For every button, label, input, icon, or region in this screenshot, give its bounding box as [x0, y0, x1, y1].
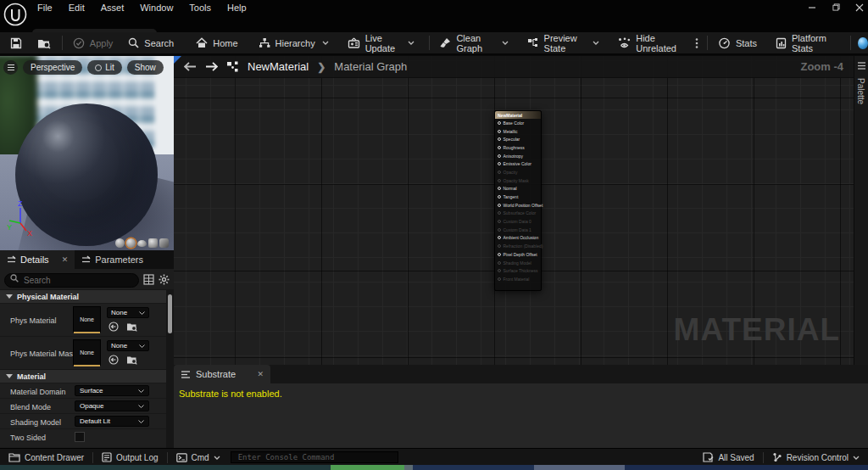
pin-circle-icon[interactable]	[498, 228, 501, 232]
pin-circle-icon[interactable]	[498, 204, 501, 207]
live-update-button[interactable]: Live Update	[340, 32, 422, 53]
sphere-shape-button[interactable]	[126, 238, 136, 248]
node-pin-row[interactable]: Custom Data 0	[495, 217, 541, 226]
node-pin-row[interactable]: Subsurface Color	[495, 210, 541, 218]
shader-platform-icon[interactable]	[858, 37, 868, 49]
details-scrollbar-thumb[interactable]	[168, 294, 172, 333]
phys-material-thumbnail[interactable]: None	[73, 306, 101, 333]
browse-to-asset-button[interactable]	[29, 32, 59, 53]
pin-circle-icon[interactable]	[498, 269, 501, 272]
settings-gear-icon[interactable]	[159, 274, 170, 285]
node-pin-row[interactable]: Roughness	[495, 143, 541, 152]
node-pin-row[interactable]: Specular	[495, 135, 541, 143]
blend-mode-dropdown[interactable]: Opaque	[75, 400, 149, 411]
property-matrix-icon[interactable]	[143, 274, 154, 285]
pin-circle-icon[interactable]	[498, 146, 501, 149]
node-pin-row[interactable]: Metallic	[495, 127, 541, 136]
node-pin-row[interactable]: Base Color	[495, 119, 541, 127]
menu-help[interactable]: Help	[227, 3, 247, 13]
stats-button[interactable]: Stats	[710, 32, 765, 53]
node-pin-row[interactable]: World Position Offset	[495, 201, 541, 210]
node-pin-row[interactable]: Opacity Mask	[495, 176, 541, 185]
menu-edit[interactable]: Edit	[69, 3, 85, 13]
material-result-node[interactable]: NewMaterial Base ColorMetallicSpecularRo…	[494, 110, 542, 291]
cmd-button[interactable]: Cmd	[168, 449, 224, 466]
shading-model-dropdown[interactable]: Default Lit	[75, 416, 149, 427]
tab-substrate[interactable]: Substrate ✕	[174, 365, 270, 383]
node-pin-row[interactable]: Front Material	[495, 275, 541, 283]
minimize-button[interactable]	[807, 3, 817, 13]
forward-arrow-icon[interactable]	[205, 62, 218, 71]
unreal-engine-logo-icon[interactable]	[3, 3, 27, 26]
teapot-shape-button[interactable]	[159, 238, 169, 248]
phys-material-dropdown[interactable]: None	[107, 307, 149, 318]
substrate-tab-close-icon[interactable]: ✕	[257, 370, 264, 378]
close-button[interactable]	[854, 3, 865, 13]
phys-material-mask-thumbnail[interactable]: None	[73, 339, 101, 366]
node-pin-row[interactable]: Normal	[495, 185, 541, 193]
pin-circle-icon[interactable]	[498, 162, 501, 165]
details-search-input[interactable]	[4, 273, 139, 288]
node-pin-row[interactable]: Tangent	[495, 193, 541, 201]
platform-stats-button[interactable]: Platform Stats	[768, 32, 845, 53]
menu-file[interactable]: File	[37, 3, 53, 13]
pin-circle-icon[interactable]	[498, 220, 501, 223]
search-button[interactable]: Search	[120, 32, 181, 53]
pin-circle-icon[interactable]	[498, 137, 501, 141]
pin-circle-icon[interactable]	[498, 277, 501, 281]
output-log-button[interactable]: Output Log	[93, 449, 166, 466]
hide-unrelated-options-kebab-icon[interactable]	[692, 32, 702, 53]
pin-circle-icon[interactable]	[498, 171, 501, 174]
revision-control-button[interactable]: Revision Control	[764, 449, 868, 466]
pin-circle-icon[interactable]	[498, 236, 501, 239]
section-material[interactable]: Material	[0, 369, 174, 383]
node-header[interactable]: NewMaterial	[495, 111, 541, 119]
details-scrollbar-track[interactable]	[166, 289, 174, 448]
menu-tools[interactable]: Tools	[189, 3, 211, 13]
apply-button[interactable]: Apply	[65, 32, 121, 53]
pin-circle-icon[interactable]	[498, 253, 501, 256]
console-command-input[interactable]	[231, 451, 398, 463]
node-pin-row[interactable]: Surface Thickness	[495, 266, 541, 275]
pin-circle-icon[interactable]	[498, 195, 501, 199]
phys-material-mask-dropdown[interactable]: None	[107, 340, 149, 351]
details-tab-close-icon[interactable]: ✕	[62, 255, 69, 264]
content-drawer-button[interactable]: Content Drawer	[0, 449, 92, 466]
tab-parameters[interactable]: Parameters	[75, 250, 150, 269]
palette-tab[interactable]: Palette	[856, 78, 865, 104]
pin-circle-icon[interactable]	[498, 211, 501, 215]
pin-circle-icon[interactable]	[498, 244, 501, 248]
browse-asset-icon[interactable]	[126, 355, 137, 365]
plane-shape-button[interactable]	[137, 240, 147, 247]
section-physical-material[interactable]: Physical Material	[0, 289, 174, 303]
node-pin-row[interactable]: Custom Data 1	[495, 226, 541, 234]
preview-viewport[interactable]: Perspective Lit Show Z Y X	[0, 56, 174, 250]
pin-circle-icon[interactable]	[498, 179, 501, 182]
home-button[interactable]: Home	[188, 32, 245, 53]
clean-graph-button[interactable]: Clean Graph	[431, 32, 515, 53]
browse-asset-icon[interactable]	[126, 322, 137, 332]
perspective-button[interactable]: Perspective	[23, 60, 82, 75]
pin-circle-icon[interactable]	[498, 187, 501, 190]
maximize-button[interactable]	[831, 3, 841, 13]
cylinder-shape-button[interactable]	[115, 238, 125, 248]
viewport-menu-icon[interactable]	[3, 60, 18, 75]
pin-circle-icon[interactable]	[498, 154, 501, 158]
node-pin-row[interactable]: Refraction (Disabled)	[495, 242, 541, 250]
two-sided-checkbox[interactable]	[75, 432, 85, 442]
pin-circle-icon[interactable]	[498, 261, 501, 265]
all-saved-button[interactable]: All Saved	[694, 449, 762, 466]
save-button[interactable]	[0, 32, 29, 53]
hierarchy-button[interactable]: Hierarchy	[251, 32, 337, 53]
pin-circle-icon[interactable]	[498, 130, 501, 133]
cube-shape-button[interactable]	[148, 238, 158, 248]
menu-window[interactable]: Window	[140, 3, 173, 13]
material-graph-canvas[interactable]: NewMaterial ❯ Material Graph Zoom -4 New…	[174, 56, 854, 365]
hide-unrelated-button[interactable]: Hide Unrelated	[610, 32, 692, 53]
back-arrow-icon[interactable]	[184, 62, 197, 71]
show-button[interactable]: Show	[127, 60, 164, 75]
lit-mode-button[interactable]: Lit	[87, 60, 122, 75]
node-pin-row[interactable]: Emissive Color	[495, 159, 541, 168]
preview-state-button[interactable]: Preview State	[520, 32, 608, 53]
node-pin-row[interactable]: Anisotropy	[495, 152, 541, 160]
